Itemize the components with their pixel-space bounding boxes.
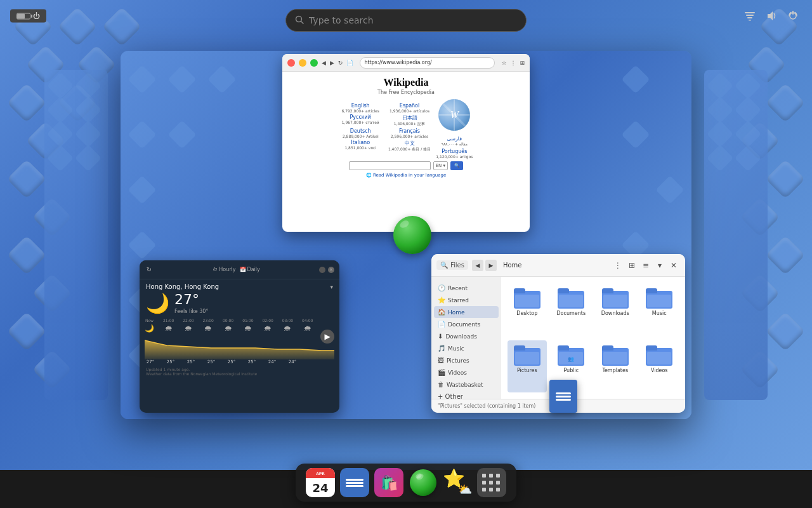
files-back-btn[interactable]: ◀: [472, 260, 483, 271]
files-view-toggle[interactable]: ▾: [653, 259, 666, 272]
search-bar[interactable]: Type to search: [285, 9, 527, 32]
apps-dot: [489, 481, 493, 485]
weather-location-arrow[interactable]: ▾: [330, 284, 333, 290]
files-location: Home: [503, 262, 522, 269]
calendar-icon-content: APR 24: [306, 468, 335, 497]
calendar-day: 24: [306, 478, 335, 497]
dock-item-software[interactable]: 🛍️: [374, 468, 403, 497]
search-input-label: Type to search: [309, 15, 374, 25]
weather-time-22: 22:00 🌧: [183, 318, 193, 333]
apps-dot: [482, 488, 486, 491]
sidebar-item-other-locations[interactable]: + Other Locations: [434, 391, 499, 399]
weather-next-btn[interactable]: ▶: [320, 330, 334, 344]
wiki-lang-japanese: 日本語 1,406,000+ 記事: [388, 114, 431, 127]
sidebar-item-documents[interactable]: 📄 Documents: [434, 318, 499, 330]
sidebar-item-recent[interactable]: 🕐 Recent: [434, 282, 499, 294]
dock-item-gnome-web[interactable]: [409, 468, 438, 497]
weather-tabs: ⏱ Hourly 📅 Daily: [213, 267, 259, 272]
window-wikipedia[interactable]: ◀ ▶ ↻ 📄 https://www.wikipedia.org/ ☆ ⋮ ⊞…: [282, 54, 530, 232]
forward-btn[interactable]: ▶: [330, 60, 334, 66]
back-btn[interactable]: ◀: [322, 60, 326, 66]
window-weather[interactable]: ↻ ⏱ Hourly 📅 Daily: [140, 260, 339, 413]
weather-close-btn[interactable]: ✕: [328, 267, 334, 273]
weather-time-03: 03:00 🌧: [282, 318, 293, 333]
sidebar-item-videos[interactable]: 🎬 Videos: [434, 366, 499, 378]
recent-icon: 🕐: [438, 284, 445, 291]
music-icon: 🎵: [438, 345, 445, 352]
weather-refresh-icon[interactable]: ↻: [145, 265, 154, 274]
file-item-pictures[interactable]: Pictures: [508, 340, 547, 392]
file-item-videos[interactable]: Videos: [640, 340, 679, 392]
folder-icon-music: [646, 286, 672, 309]
sidebar-item-starred[interactable]: ⭐ Starred: [434, 294, 499, 306]
wiki-subtitle: The Free Encyclopedia: [287, 90, 525, 95]
sidebar-item-home[interactable]: 🏠 Home: [434, 306, 499, 318]
volume-icon[interactable]: [765, 10, 778, 22]
files-titlebar: 🔍 Files ◀ ▶ Home ⋮ ⊞ ≡ ▾: [431, 254, 685, 277]
apps-dot: [482, 474, 486, 478]
file-item-desktop[interactable]: Desktop: [508, 283, 547, 335]
file-item-templates[interactable]: Templates: [596, 340, 635, 392]
dock-item-calendar[interactable]: APR 24: [306, 468, 335, 497]
side-preview-right[interactable]: [704, 70, 768, 400]
apps-dot: [496, 481, 500, 485]
wiki-title: Wikipedia: [287, 77, 525, 88]
sidebar-item-downloads[interactable]: ⬇ Downloads: [434, 330, 499, 342]
weather-updated: Updated 1 minute ago.: [146, 367, 333, 371]
files-forward-btn[interactable]: ▶: [485, 260, 497, 271]
topbar-right: [743, 10, 799, 22]
weather-tab-daily[interactable]: 📅 Daily: [240, 267, 260, 272]
weather-time-01: 01:00 🌧: [242, 318, 253, 333]
weather-minimize-btn[interactable]: [319, 267, 325, 273]
dock-item-weather[interactable]: ⭐ ⛅: [443, 468, 472, 497]
desktop-preview[interactable]: ◀ ▶ ↻ 📄 https://www.wikipedia.org/ ☆ ⋮ ⊞…: [121, 51, 691, 419]
wiki-search-button[interactable]: 🔍: [450, 161, 463, 170]
menu-btn[interactable]: ⋮: [510, 60, 516, 66]
search-area: Type to search: [285, 5, 527, 32]
power-icon[interactable]: [787, 10, 799, 22]
file-item-documents[interactable]: Documents: [552, 283, 591, 335]
svg-rect-0: [745, 12, 755, 13]
editor-line-2: [346, 482, 363, 484]
weather-data-source: Weather data from the Norwegian Meteorol…: [146, 371, 333, 376]
wikipedia-maximize-btn[interactable]: [310, 59, 318, 67]
filemanager-icon-widget[interactable]: [549, 380, 577, 413]
page-icon: 📄: [346, 60, 353, 66]
starred-icon: ⭐: [438, 297, 445, 304]
tabs-btn[interactable]: ⊞: [520, 60, 525, 66]
sidebar-item-wastebasket[interactable]: 🗑 Wastebasket: [434, 378, 499, 391]
side-preview-left[interactable]: [44, 70, 108, 400]
files-newwindow-btn[interactable]: ⊞: [625, 259, 638, 272]
files-view-btn[interactable]: ≡: [639, 259, 652, 272]
file-item-music[interactable]: Music: [640, 283, 679, 335]
apps-dot: [496, 474, 500, 478]
wikipedia-minimize-btn[interactable]: [299, 59, 306, 67]
weather-time-00: 00:00 🌧: [223, 318, 233, 333]
reload-btn[interactable]: ↻: [338, 60, 343, 66]
wiki-lang-farsi: فارسی ۹۸۸,۰۰۰+ مقاله: [442, 136, 468, 146]
sidebar-item-music[interactable]: 🎵 Music: [434, 342, 499, 354]
bookmark-btn[interactable]: ☆: [501, 60, 506, 66]
weather-tab-hourly[interactable]: ⏱ Hourly: [213, 267, 235, 272]
software-icon: 🛍️: [381, 475, 398, 491]
wiki-read-link[interactable]: 🌐 Read Wikipedia in your language: [287, 173, 525, 178]
dock-item-apps[interactable]: [477, 468, 506, 497]
sidebar-item-pictures[interactable]: 🖼 Pictures: [434, 354, 499, 366]
files-search-icon: 🔍: [440, 262, 448, 269]
files-breadcrumb: Home: [501, 262, 608, 269]
file-item-downloads[interactable]: Downloads: [596, 283, 635, 335]
downloads-icon: ⬇: [438, 333, 443, 340]
wiki-lang-selector[interactable]: EN ▾: [433, 161, 448, 170]
folder-icon-documents: [558, 286, 584, 309]
files-main: Desktop Documents: [501, 277, 685, 399]
files-search-box[interactable]: 🔍 Files: [436, 260, 468, 270]
dock-item-texteditor[interactable]: [340, 468, 369, 497]
wiki-search-input[interactable]: [349, 161, 431, 170]
url-bar[interactable]: https://www.wikipedia.org/: [360, 57, 495, 69]
battery-label: ⏻: [33, 12, 40, 20]
weather-time-now: Now 🌙: [145, 318, 154, 333]
files-overflow-btn[interactable]: ⋮: [612, 259, 624, 272]
wikipedia-close-btn[interactable]: [287, 59, 295, 67]
files-close-btn[interactable]: ✕: [667, 259, 680, 272]
network-icon[interactable]: [743, 10, 756, 22]
